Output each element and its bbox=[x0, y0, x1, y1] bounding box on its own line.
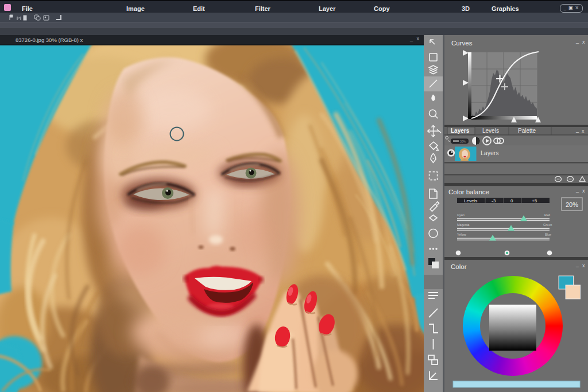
svg-text:Yellow: Yellow bbox=[457, 233, 466, 236]
svg-text:Red: Red bbox=[544, 213, 550, 217]
svg-text:x: x bbox=[582, 128, 585, 134]
svg-text:_: _ bbox=[575, 38, 579, 44]
svg-text:Levels: Levels bbox=[464, 198, 477, 203]
svg-text:Green: Green bbox=[543, 223, 552, 226]
svg-text:Magenta: Magenta bbox=[457, 223, 470, 226]
svg-text:Blue: Blue bbox=[545, 233, 551, 236]
svg-text:Layers: Layers bbox=[451, 128, 470, 134]
svg-text:0: 0 bbox=[510, 198, 513, 203]
svg-text:+5: +5 bbox=[532, 198, 537, 203]
svg-text:x: x bbox=[582, 263, 585, 268]
svg-text:x: x bbox=[582, 188, 585, 194]
svg-text:x: x bbox=[582, 39, 585, 45]
svg-text:_: _ bbox=[575, 127, 579, 133]
svg-text:_: _ bbox=[575, 262, 579, 267]
svg-text:Curves: Curves bbox=[451, 40, 473, 47]
svg-text:Levels: Levels bbox=[482, 128, 499, 134]
svg-text:_: _ bbox=[575, 187, 579, 193]
svg-text:Cyan: Cyan bbox=[457, 213, 465, 217]
svg-text:Layers: Layers bbox=[481, 149, 499, 156]
svg-text:20%: 20% bbox=[566, 201, 578, 208]
svg-text:-3: -3 bbox=[492, 198, 496, 203]
svg-text:Color balance: Color balance bbox=[448, 189, 489, 195]
svg-text:30%: 30% bbox=[460, 140, 466, 143]
svg-text:Palette: Palette bbox=[518, 128, 536, 134]
svg-text:Color: Color bbox=[451, 263, 467, 270]
